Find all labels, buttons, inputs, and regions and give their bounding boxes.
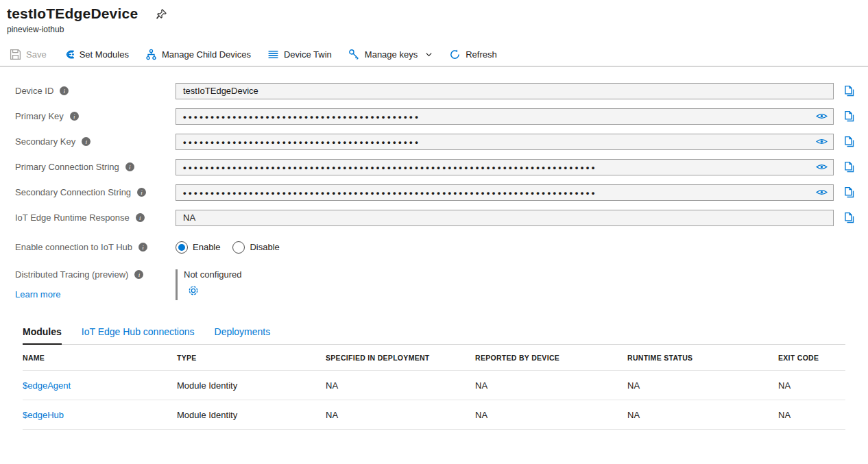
copy-icon[interactable] bbox=[843, 110, 855, 123]
page-title: testIoTEdgeDevice bbox=[7, 5, 138, 22]
set-modules-icon bbox=[63, 49, 75, 60]
save-label: Save bbox=[26, 49, 47, 60]
cell-runtime: NA bbox=[627, 380, 778, 391]
manage-keys-label: Manage keys bbox=[365, 49, 418, 60]
secondary-connection-string-input[interactable] bbox=[176, 184, 834, 201]
col-exit: EXIT CODE bbox=[778, 354, 845, 362]
cell-reported: NA bbox=[475, 380, 627, 391]
radio-selected-icon bbox=[176, 241, 188, 254]
cell-exit: NA bbox=[778, 410, 845, 420]
enable-connection-row: Enable connection to IoT Hub i Enable Di… bbox=[0, 234, 868, 260]
col-runtime: RUNTIME STATUS bbox=[627, 354, 778, 362]
enable-radio-label: Enable bbox=[193, 242, 220, 252]
table-header-row: NAME TYPE SPECIFIED IN DEPLOYMENT REPORT… bbox=[23, 345, 845, 371]
module-link-edgeagent[interactable]: $edgeAgent bbox=[23, 380, 177, 391]
primary-connection-string-row: Primary Connection String i bbox=[0, 154, 868, 180]
col-specified: SPECIFIED IN DEPLOYMENT bbox=[326, 354, 475, 362]
tab-bar: Modules IoT Edge Hub connections Deploym… bbox=[23, 326, 845, 345]
disable-radio-label: Disable bbox=[250, 242, 279, 252]
cell-type: Module Identity bbox=[177, 410, 326, 420]
distributed-tracing-status-panel: Not configured bbox=[176, 269, 242, 300]
table-row: $edgeHub Module Identity NA NA NA NA bbox=[23, 400, 845, 430]
info-icon[interactable]: i bbox=[70, 112, 79, 121]
enable-radio[interactable]: Enable bbox=[176, 241, 220, 254]
primary-connection-string-input[interactable] bbox=[176, 159, 834, 175]
info-icon[interactable]: i bbox=[82, 137, 91, 146]
device-twin-button[interactable]: Device Twin bbox=[267, 49, 332, 60]
secondary-key-row: Secondary Key i bbox=[0, 129, 868, 154]
cell-type: Module Identity bbox=[177, 380, 326, 391]
iot-edge-runtime-response-row: IoT Edge Runtime Response i bbox=[0, 205, 868, 230]
modules-table: NAME TYPE SPECIFIED IN DEPLOYMENT REPORT… bbox=[23, 345, 845, 430]
device-twin-label: Device Twin bbox=[284, 49, 332, 60]
table-row: $edgeAgent Module Identity NA NA NA NA bbox=[23, 371, 845, 400]
device-id-row: Device ID i bbox=[0, 78, 868, 103]
tab-iot-edge-hub-connections[interactable]: IoT Edge Hub connections bbox=[82, 326, 195, 344]
distributed-tracing-label: Distributed Tracing (preview) bbox=[15, 269, 128, 280]
refresh-label: Refresh bbox=[466, 49, 497, 60]
info-icon[interactable]: i bbox=[138, 243, 147, 252]
disable-radio[interactable]: Disable bbox=[232, 241, 279, 254]
copy-icon[interactable] bbox=[843, 136, 855, 148]
show-value-eye-icon[interactable] bbox=[816, 112, 828, 121]
cell-reported: NA bbox=[475, 410, 627, 420]
info-icon[interactable]: i bbox=[125, 162, 134, 171]
cell-runtime: NA bbox=[627, 410, 778, 420]
save-icon bbox=[10, 49, 21, 60]
hub-name: pineview-iothub bbox=[7, 25, 868, 34]
copy-icon[interactable] bbox=[843, 161, 855, 173]
show-value-eye-icon[interactable] bbox=[816, 188, 828, 197]
save-button[interactable]: Save bbox=[10, 49, 47, 60]
module-link-edgehub[interactable]: $edgeHub bbox=[23, 410, 177, 420]
info-icon[interactable]: i bbox=[60, 86, 69, 95]
copy-icon[interactable] bbox=[843, 186, 855, 199]
set-modules-button[interactable]: Set Modules bbox=[63, 49, 129, 60]
tab-deployments[interactable]: Deployments bbox=[215, 326, 271, 344]
chevron-down-icon bbox=[425, 51, 433, 58]
pin-icon[interactable] bbox=[156, 8, 167, 20]
distributed-tracing-row: Distributed Tracing (preview) i Learn mo… bbox=[0, 269, 868, 300]
key-icon bbox=[348, 49, 360, 60]
primary-key-row: Primary Key i bbox=[0, 103, 868, 129]
secondary-connection-string-row: Secondary Connection String i bbox=[0, 180, 868, 205]
device-detail-form: Device ID i Primary Key i bbox=[0, 66, 868, 300]
device-id-label: Device ID bbox=[15, 86, 53, 96]
info-icon[interactable]: i bbox=[136, 213, 145, 222]
info-icon[interactable]: i bbox=[137, 188, 146, 197]
col-type: TYPE bbox=[177, 354, 326, 362]
device-twin-icon bbox=[267, 49, 279, 60]
page-header: testIoTEdgeDevice pineview-iothub bbox=[0, 0, 868, 34]
tab-modules[interactable]: Modules bbox=[23, 326, 62, 345]
command-bar: Save Set Modules Manage Child Devices bbox=[0, 43, 868, 66]
secondary-key-input[interactable] bbox=[176, 134, 834, 150]
primary-key-input[interactable] bbox=[176, 108, 834, 125]
manage-child-devices-icon bbox=[145, 49, 157, 60]
cell-specified: NA bbox=[326, 410, 475, 420]
manage-child-devices-label: Manage Child Devices bbox=[162, 49, 251, 60]
manage-keys-button[interactable]: Manage keys bbox=[348, 49, 433, 60]
tracing-status-text: Not configured bbox=[184, 269, 242, 280]
secondary-key-label: Secondary Key bbox=[15, 136, 75, 147]
cell-exit: NA bbox=[778, 380, 845, 391]
refresh-button[interactable]: Refresh bbox=[449, 49, 497, 60]
copy-icon[interactable] bbox=[843, 212, 855, 224]
enable-connection-label: Enable connection to IoT Hub bbox=[15, 242, 132, 252]
copy-icon[interactable] bbox=[843, 85, 855, 97]
gear-icon[interactable] bbox=[187, 284, 200, 297]
learn-more-link[interactable]: Learn more bbox=[15, 289, 60, 300]
refresh-icon bbox=[449, 49, 461, 60]
info-icon[interactable]: i bbox=[134, 270, 143, 279]
secondary-connection-string-label: Secondary Connection String bbox=[15, 187, 131, 197]
device-id-input[interactable] bbox=[176, 83, 834, 99]
col-reported: REPORTED BY DEVICE bbox=[475, 354, 627, 362]
show-value-eye-icon[interactable] bbox=[816, 137, 828, 146]
radio-unselected-icon bbox=[232, 241, 245, 254]
col-name: NAME bbox=[23, 354, 177, 362]
primary-key-label: Primary Key bbox=[15, 111, 64, 121]
show-value-eye-icon[interactable] bbox=[816, 162, 828, 171]
cell-specified: NA bbox=[326, 380, 475, 391]
manage-child-devices-button[interactable]: Manage Child Devices bbox=[145, 49, 251, 60]
primary-connection-string-label: Primary Connection String bbox=[15, 162, 119, 172]
iot-edge-runtime-response-label: IoT Edge Runtime Response bbox=[15, 212, 130, 223]
iot-edge-runtime-response-input[interactable] bbox=[176, 210, 834, 226]
